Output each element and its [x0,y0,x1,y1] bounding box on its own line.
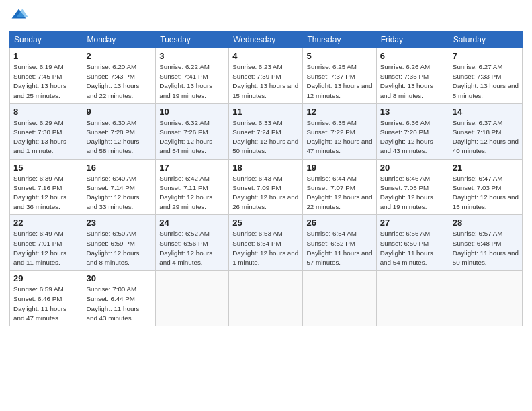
calendar-cell: 25Sunrise: 6:53 AMSunset: 6:54 PMDayligh… [229,215,303,271]
calendar-cell: 18Sunrise: 6:43 AMSunset: 7:09 PMDayligh… [229,159,303,215]
day-detail: Sunrise: 6:22 AMSunset: 7:41 PMDaylight:… [159,62,225,101]
day-detail: Sunrise: 6:52 AMSunset: 6:56 PMDaylight:… [159,229,225,267]
calendar-cell: 21Sunrise: 6:47 AMSunset: 7:03 PMDayligh… [449,159,522,215]
day-detail: Sunrise: 6:49 AMSunset: 7:01 PMDaylight:… [13,229,79,267]
col-header-wednesday: Wednesday [229,32,303,48]
day-number: 26 [306,218,372,228]
calendar-cell: 5Sunrise: 6:25 AMSunset: 7:37 PMDaylight… [303,48,376,104]
day-number: 6 [380,51,445,61]
day-number: 21 [453,163,519,173]
calendar-cell: 9Sunrise: 6:30 AMSunset: 7:28 PMDaylight… [83,103,156,159]
day-number: 29 [13,273,79,283]
day-number: 4 [232,51,299,61]
day-number: 2 [87,51,152,61]
calendar-cell: 11Sunrise: 6:33 AMSunset: 7:24 PMDayligh… [229,103,303,159]
col-header-tuesday: Tuesday [156,32,229,48]
day-number: 22 [13,218,79,228]
calendar-cell: 28Sunrise: 6:57 AMSunset: 6:48 PMDayligh… [449,215,522,271]
calendar-cell: 4Sunrise: 6:23 AMSunset: 7:39 PMDaylight… [229,48,303,104]
day-number: 9 [87,107,152,117]
calendar-cell: 22Sunrise: 6:49 AMSunset: 7:01 PMDayligh… [10,215,83,271]
col-header-thursday: Thursday [303,32,376,48]
day-detail: Sunrise: 6:54 AMSunset: 6:52 PMDaylight:… [306,229,372,267]
calendar-cell: 12Sunrise: 6:35 AMSunset: 7:22 PMDayligh… [303,103,376,159]
calendar-cell: 16Sunrise: 6:40 AMSunset: 7:14 PMDayligh… [83,159,156,215]
calendar-cell [229,271,303,326]
calendar-cell [449,271,522,326]
day-detail: Sunrise: 6:44 AMSunset: 7:07 PMDaylight:… [306,174,372,212]
calendar-cell: 20Sunrise: 6:46 AMSunset: 7:05 PMDayligh… [376,159,449,215]
day-number: 18 [232,163,299,173]
day-detail: Sunrise: 6:32 AMSunset: 7:26 PMDaylight:… [159,118,225,156]
day-number: 30 [87,273,152,283]
page-container: SundayMondayTuesdayWednesdayThursdayFrid… [0,0,532,330]
day-detail: Sunrise: 7:00 AMSunset: 6:44 PMDaylight:… [87,285,152,323]
calendar-cell: 3Sunrise: 6:22 AMSunset: 7:41 PMDaylight… [156,48,229,104]
day-detail: Sunrise: 6:33 AMSunset: 7:24 PMDaylight:… [232,118,299,156]
day-detail: Sunrise: 6:39 AMSunset: 7:16 PMDaylight:… [13,174,79,212]
day-number: 5 [306,51,372,61]
day-detail: Sunrise: 6:23 AMSunset: 7:39 PMDaylight:… [232,62,299,101]
day-detail: Sunrise: 6:35 AMSunset: 7:22 PMDaylight:… [306,118,372,156]
day-number: 23 [87,218,152,228]
day-number: 1 [13,51,79,61]
calendar-cell: 6Sunrise: 6:26 AMSunset: 7:35 PMDaylight… [376,48,449,104]
day-detail: Sunrise: 6:37 AMSunset: 7:18 PMDaylight:… [453,118,519,156]
day-detail: Sunrise: 6:59 AMSunset: 6:46 PMDaylight:… [13,285,79,323]
calendar-cell [376,271,449,326]
day-number: 14 [453,107,519,117]
day-number: 27 [380,218,445,228]
day-number: 3 [159,51,225,61]
calendar-cell: 30Sunrise: 7:00 AMSunset: 6:44 PMDayligh… [83,271,156,326]
day-number: 12 [306,107,372,117]
day-number: 15 [13,163,79,173]
calendar-cell [303,271,376,326]
day-number: 25 [232,218,299,228]
calendar-cell: 13Sunrise: 6:36 AMSunset: 7:20 PMDayligh… [376,103,449,159]
day-number: 11 [232,107,299,117]
day-detail: Sunrise: 6:36 AMSunset: 7:20 PMDaylight:… [380,118,445,156]
calendar-cell: 19Sunrise: 6:44 AMSunset: 7:07 PMDayligh… [303,159,376,215]
calendar-cell: 24Sunrise: 6:52 AMSunset: 6:56 PMDayligh… [156,215,229,271]
day-number: 7 [453,51,519,61]
day-number: 8 [13,107,79,117]
col-header-friday: Friday [376,32,449,48]
calendar-cell: 23Sunrise: 6:50 AMSunset: 6:59 PMDayligh… [83,215,156,271]
day-detail: Sunrise: 6:57 AMSunset: 6:48 PMDaylight:… [453,229,519,267]
calendar-table: SundayMondayTuesdayWednesdayThursdayFrid… [9,31,523,326]
calendar-cell: 17Sunrise: 6:42 AMSunset: 7:11 PMDayligh… [156,159,229,215]
calendar-cell: 29Sunrise: 6:59 AMSunset: 6:46 PMDayligh… [10,271,83,326]
calendar-cell: 26Sunrise: 6:54 AMSunset: 6:52 PMDayligh… [303,215,376,271]
day-number: 17 [159,163,225,173]
calendar-cell: 10Sunrise: 6:32 AMSunset: 7:26 PMDayligh… [156,103,229,159]
day-detail: Sunrise: 6:40 AMSunset: 7:14 PMDaylight:… [87,174,152,212]
calendar-cell: 14Sunrise: 6:37 AMSunset: 7:18 PMDayligh… [449,103,522,159]
day-detail: Sunrise: 6:25 AMSunset: 7:37 PMDaylight:… [306,62,372,101]
day-detail: Sunrise: 6:20 AMSunset: 7:43 PMDaylight:… [87,62,152,101]
day-number: 19 [306,163,372,173]
calendar-cell [156,271,229,326]
day-number: 13 [380,107,445,117]
day-detail: Sunrise: 6:47 AMSunset: 7:03 PMDaylight:… [453,174,519,212]
day-detail: Sunrise: 6:19 AMSunset: 7:45 PMDaylight:… [13,62,79,101]
header [9,7,523,26]
day-detail: Sunrise: 6:46 AMSunset: 7:05 PMDaylight:… [380,174,445,212]
calendar-cell: 1Sunrise: 6:19 AMSunset: 7:45 PMDaylight… [10,48,83,104]
day-detail: Sunrise: 6:27 AMSunset: 7:33 PMDaylight:… [453,62,519,101]
col-header-saturday: Saturday [449,32,522,48]
day-number: 28 [453,218,519,228]
day-detail: Sunrise: 6:26 AMSunset: 7:35 PMDaylight:… [380,62,445,101]
day-detail: Sunrise: 6:42 AMSunset: 7:11 PMDaylight:… [159,174,225,212]
day-detail: Sunrise: 6:56 AMSunset: 6:50 PMDaylight:… [380,229,445,267]
day-number: 10 [159,107,225,117]
logo-icon [9,7,28,26]
col-header-sunday: Sunday [10,32,83,48]
day-detail: Sunrise: 6:53 AMSunset: 6:54 PMDaylight:… [232,229,299,267]
day-detail: Sunrise: 6:30 AMSunset: 7:28 PMDaylight:… [87,118,152,156]
calendar-cell: 27Sunrise: 6:56 AMSunset: 6:50 PMDayligh… [376,215,449,271]
day-number: 16 [87,163,152,173]
calendar-cell: 8Sunrise: 6:29 AMSunset: 7:30 PMDaylight… [10,103,83,159]
calendar-cell: 2Sunrise: 6:20 AMSunset: 7:43 PMDaylight… [83,48,156,104]
calendar-cell: 7Sunrise: 6:27 AMSunset: 7:33 PMDaylight… [449,48,522,104]
day-detail: Sunrise: 6:50 AMSunset: 6:59 PMDaylight:… [87,229,152,267]
